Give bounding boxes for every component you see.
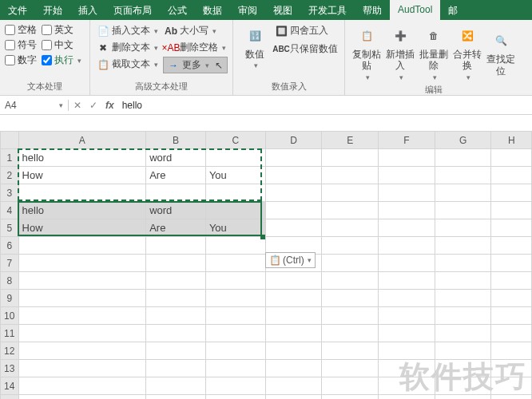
btn-capture-text[interactable]: 📋截取文本▾ (95, 57, 160, 72)
cell[interactable] (146, 360, 206, 377)
paste-options[interactable]: 📋(Ctrl)▾ (265, 252, 316, 268)
cell[interactable] (322, 149, 379, 167)
col-D[interactable]: D (265, 132, 322, 149)
table-row[interactable]: 10 (1, 307, 532, 325)
row-header[interactable]: 9 (1, 290, 19, 307)
check-chinese[interactable]: 中文 (42, 38, 73, 52)
cell[interactable] (146, 377, 206, 395)
cell[interactable] (435, 149, 491, 167)
btn-insert-text[interactable]: 📄插入文本▾ (95, 23, 160, 38)
cell[interactable]: You (205, 219, 265, 237)
row-header[interactable]: 7 (1, 255, 19, 272)
cell[interactable] (379, 219, 435, 237)
cell[interactable] (265, 290, 322, 307)
cell[interactable] (265, 149, 322, 167)
cell[interactable]: How (18, 167, 146, 184)
cell[interactable] (18, 395, 146, 400)
name-box[interactable]: A4▾ (0, 100, 69, 111)
cell[interactable] (146, 325, 206, 342)
cell[interactable] (435, 237, 491, 255)
cell[interactable] (435, 272, 491, 290)
confirm-icon[interactable]: ✓ (89, 100, 97, 111)
cell[interactable] (322, 272, 379, 290)
cell[interactable] (322, 342, 379, 360)
select-all[interactable] (1, 132, 19, 149)
cell[interactable] (18, 237, 146, 255)
row-header[interactable]: 1 (1, 149, 19, 167)
tab-insert[interactable]: 插入 (70, 0, 105, 20)
btn-round[interactable]: 🔲四舍五入 (273, 23, 339, 38)
cell[interactable] (435, 219, 491, 237)
cell[interactable] (322, 219, 379, 237)
cell[interactable] (322, 184, 379, 202)
cell[interactable] (146, 237, 206, 255)
cell[interactable] (322, 167, 379, 184)
cell[interactable] (205, 237, 265, 255)
row-header[interactable]: 11 (1, 325, 19, 342)
table-row[interactable]: 1 hello word (1, 149, 532, 167)
cell[interactable] (379, 149, 435, 167)
cell[interactable] (379, 184, 435, 202)
cell[interactable] (435, 202, 491, 219)
cell[interactable] (18, 360, 146, 377)
cell[interactable] (322, 325, 379, 342)
row-header[interactable]: 8 (1, 272, 19, 290)
btn-batch-delete[interactable]: 🗑批量删除▾ (417, 23, 451, 84)
cell[interactable] (322, 255, 379, 272)
tab-data[interactable]: 数据 (195, 0, 230, 20)
cell[interactable] (205, 149, 265, 167)
btn-trim[interactable]: ×AB删除空格▾ (163, 40, 228, 55)
cell[interactable] (205, 325, 265, 342)
cell[interactable] (435, 325, 491, 342)
check-exec[interactable]: 执行▾ (42, 53, 81, 67)
cell[interactable] (205, 272, 265, 290)
cell[interactable] (265, 307, 322, 325)
cell[interactable]: hello (18, 149, 146, 167)
tab-audtool[interactable]: AudTool (390, 0, 440, 20)
cell[interactable] (379, 237, 435, 255)
row-header[interactable]: 12 (1, 342, 19, 360)
cell[interactable] (491, 325, 532, 342)
cell[interactable] (491, 219, 532, 237)
cell[interactable] (18, 290, 146, 307)
cell[interactable] (491, 202, 532, 219)
tab-review[interactable]: 审阅 (230, 0, 265, 20)
cell[interactable] (205, 307, 265, 325)
tab-file[interactable]: 文件 (0, 0, 35, 20)
cell[interactable]: How (18, 219, 146, 237)
cell[interactable] (146, 272, 206, 290)
cell[interactable] (491, 167, 532, 184)
cell[interactable] (18, 342, 146, 360)
cell[interactable] (491, 255, 532, 272)
cell[interactable] (435, 307, 491, 325)
btn-find[interactable]: 🔍查找定位 (484, 23, 518, 84)
cell[interactable] (205, 202, 265, 219)
cell[interactable] (322, 202, 379, 219)
tab-mail[interactable]: 邮 (440, 0, 466, 20)
btn-keep-num[interactable]: ABC只保留数值 (273, 41, 339, 57)
cell[interactable] (379, 272, 435, 290)
cell[interactable] (491, 149, 532, 167)
tab-formula[interactable]: 公式 (160, 0, 195, 20)
cell[interactable] (265, 219, 322, 237)
fill-handle[interactable] (260, 235, 265, 239)
cancel-icon[interactable]: ✕ (73, 100, 81, 111)
cell[interactable] (146, 395, 206, 400)
col-C[interactable]: C (205, 132, 265, 149)
cell[interactable] (265, 272, 322, 290)
cell[interactable] (265, 167, 322, 184)
btn-add-insert[interactable]: ➕新增插入▾ (383, 23, 417, 84)
cell[interactable] (265, 325, 322, 342)
cell[interactable]: word (146, 149, 206, 167)
cell[interactable] (322, 237, 379, 255)
row-header[interactable]: 13 (1, 360, 19, 377)
row-header[interactable]: 6 (1, 237, 19, 255)
cell[interactable] (435, 167, 491, 184)
cell[interactable] (18, 272, 146, 290)
cell[interactable] (265, 377, 322, 395)
table-row[interactable]: 3 (1, 184, 532, 202)
table-row[interactable]: 5 How Are You (1, 219, 532, 237)
tab-start[interactable]: 开始 (35, 0, 70, 20)
col-B[interactable]: B (146, 132, 206, 149)
row-header[interactable]: 4 (1, 202, 19, 219)
